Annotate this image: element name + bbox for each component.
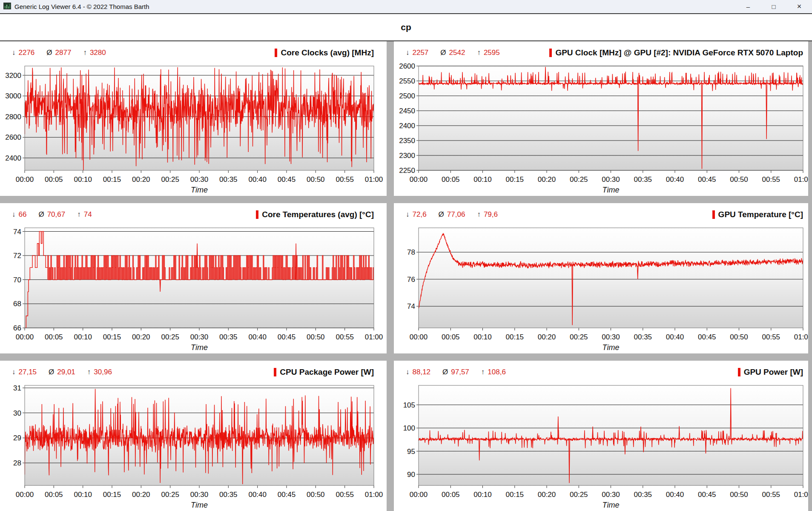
avg-icon: Ø <box>49 368 54 376</box>
chart-header: ↓66 Ø70,67 ↑74 Core Temperatures (avg) [… <box>0 205 387 224</box>
svg-text:74: 74 <box>407 302 415 310</box>
svg-text:28: 28 <box>13 459 21 467</box>
svg-text:01:00: 01:00 <box>794 333 808 341</box>
svg-text:00:00: 00:00 <box>410 491 428 499</box>
svg-text:00:40: 00:40 <box>248 175 267 184</box>
svg-text:00:45: 00:45 <box>698 491 716 499</box>
chart-plot-core-clocks[interactable]: 2400260028003000320000:0000:0500:1000:15… <box>0 63 387 196</box>
chart-plot-core-temperatures[interactable]: 666870727400:0000:0500:1000:1500:2000:25… <box>0 224 387 353</box>
window-title: Generic Log Viewer 6.4 - © 2022 Thomas B… <box>14 3 149 10</box>
stat-avg: 97,57 <box>451 368 469 376</box>
chart-header: ↓27,15 Ø29,01 ↑30,96 CPU Package Power [… <box>0 362 387 382</box>
app-icon <box>3 3 11 11</box>
window-controls: – □ × <box>735 0 812 13</box>
stat-min: 88,12 <box>413 368 431 376</box>
svg-text:2250: 2250 <box>399 167 415 175</box>
svg-text:00:25: 00:25 <box>570 175 588 184</box>
svg-text:Time: Time <box>191 186 208 194</box>
svg-text:00:45: 00:45 <box>278 491 296 499</box>
svg-text:31: 31 <box>13 384 21 392</box>
svg-text:00:25: 00:25 <box>161 491 179 499</box>
svg-text:00:20: 00:20 <box>132 333 150 341</box>
svg-text:01:00: 01:00 <box>794 175 808 184</box>
chart-panel-gpu-clock: ↓2257 Ø2542 ↑2595 GPU Clock [MHz] @ GPU … <box>394 41 808 196</box>
svg-text:2600: 2600 <box>5 133 21 141</box>
chart-stats: ↓88,12 Ø97,57 ↑108,6 <box>406 368 506 376</box>
svg-text:00:55: 00:55 <box>762 333 780 341</box>
svg-text:00:15: 00:15 <box>506 333 524 341</box>
svg-text:66: 66 <box>13 324 21 332</box>
svg-text:72: 72 <box>13 252 21 260</box>
svg-text:2350: 2350 <box>399 137 415 145</box>
svg-text:2500: 2500 <box>399 92 415 100</box>
chart-stats: ↓66 Ø70,67 ↑74 <box>12 210 92 219</box>
svg-text:01:00: 01:00 <box>794 491 808 499</box>
page-title: cp <box>0 14 812 41</box>
svg-text:00:10: 00:10 <box>473 491 492 499</box>
svg-text:68: 68 <box>13 300 21 308</box>
charts-grid: ↓2276 Ø2877 ↑3280 Core Clocks (avg) [MHz… <box>0 41 812 511</box>
legend-color-bar <box>712 210 715 219</box>
svg-text:3200: 3200 <box>5 72 21 80</box>
chart-panel-cpu-package-power: ↓27,15 Ø29,01 ↑30,96 CPU Package Power [… <box>0 361 387 511</box>
svg-text:74: 74 <box>13 228 21 236</box>
stat-min: 66 <box>19 210 27 219</box>
stat-min: 2276 <box>19 49 35 57</box>
svg-text:70: 70 <box>13 276 21 284</box>
chart-title: GPU Temperature [°C] <box>718 210 803 219</box>
minimize-button[interactable]: – <box>735 0 761 13</box>
legend-color-bar <box>256 210 258 219</box>
max-arrow-icon: ↑ <box>87 368 91 376</box>
svg-text:00:55: 00:55 <box>762 175 780 184</box>
stat-max: 3280 <box>90 49 106 57</box>
chart-plot-gpu-clock[interactable]: 2250230023502400245025002550260000:0000:… <box>394 63 808 196</box>
page-title-text: cp <box>401 22 411 32</box>
svg-text:00:50: 00:50 <box>730 491 748 499</box>
svg-text:00:15: 00:15 <box>506 175 524 184</box>
svg-text:Time: Time <box>191 501 208 509</box>
svg-text:78: 78 <box>407 248 415 256</box>
avg-icon: Ø <box>38 210 44 219</box>
stat-avg: 2542 <box>449 49 465 57</box>
close-button[interactable]: × <box>786 0 812 13</box>
legend-color-bar <box>738 368 740 376</box>
svg-text:Time: Time <box>603 186 620 194</box>
chart-plot-gpu-power[interactable]: 909510010500:0000:0500:1000:1500:2000:25… <box>394 382 808 511</box>
chart-title: GPU Clock [MHz] @ GPU [#2]: NVIDIA GeFor… <box>555 48 803 57</box>
svg-text:00:10: 00:10 <box>473 333 492 341</box>
svg-text:30: 30 <box>13 409 21 417</box>
chart-stats: ↓27,15 Ø29,01 ↑30,96 <box>12 368 112 376</box>
svg-text:00:05: 00:05 <box>442 491 460 499</box>
chart-title: GPU Power [W] <box>744 367 803 377</box>
svg-text:00:25: 00:25 <box>161 175 179 184</box>
stat-max: 79,6 <box>484 210 498 219</box>
stat-avg: 29,01 <box>57 368 75 376</box>
chart-legend: GPU Power [W] <box>738 367 803 377</box>
chart-panel-core-temperatures: ↓66 Ø70,67 ↑74 Core Temperatures (avg) [… <box>0 203 387 353</box>
chart-stats: ↓2276 Ø2877 ↑3280 <box>12 49 106 57</box>
stat-min: 2257 <box>413 49 429 57</box>
svg-text:Time: Time <box>191 343 208 352</box>
chart-header: ↓88,12 Ø97,57 ↑108,6 GPU Power [W] <box>394 362 808 382</box>
min-arrow-icon: ↓ <box>406 210 410 219</box>
min-arrow-icon: ↓ <box>406 49 410 57</box>
chart-legend: Core Temperatures (avg) [°C] <box>256 210 374 219</box>
max-arrow-icon: ↑ <box>83 49 87 57</box>
svg-text:00:05: 00:05 <box>442 333 460 341</box>
svg-text:00:35: 00:35 <box>634 491 652 499</box>
svg-text:00:40: 00:40 <box>666 491 684 499</box>
svg-text:2600: 2600 <box>399 63 415 70</box>
chart-legend: CPU Package Power [W] <box>274 367 374 377</box>
svg-text:3000: 3000 <box>5 92 21 100</box>
min-arrow-icon: ↓ <box>12 49 16 57</box>
chart-plot-gpu-temperature[interactable]: 74767800:0000:0500:1000:1500:2000:2500:3… <box>394 224 808 353</box>
svg-text:00:25: 00:25 <box>570 333 588 341</box>
svg-text:2800: 2800 <box>5 113 21 121</box>
chart-stats: ↓2257 Ø2542 ↑2595 <box>406 49 500 57</box>
chart-title: CPU Package Power [W] <box>280 367 374 377</box>
svg-text:2550: 2550 <box>399 77 415 85</box>
chart-plot-cpu-package-power[interactable]: 2829303100:0000:0500:1000:1500:2000:2500… <box>0 382 387 511</box>
max-arrow-icon: ↑ <box>481 368 485 376</box>
svg-text:00:10: 00:10 <box>74 333 92 341</box>
maximize-button[interactable]: □ <box>761 0 786 13</box>
